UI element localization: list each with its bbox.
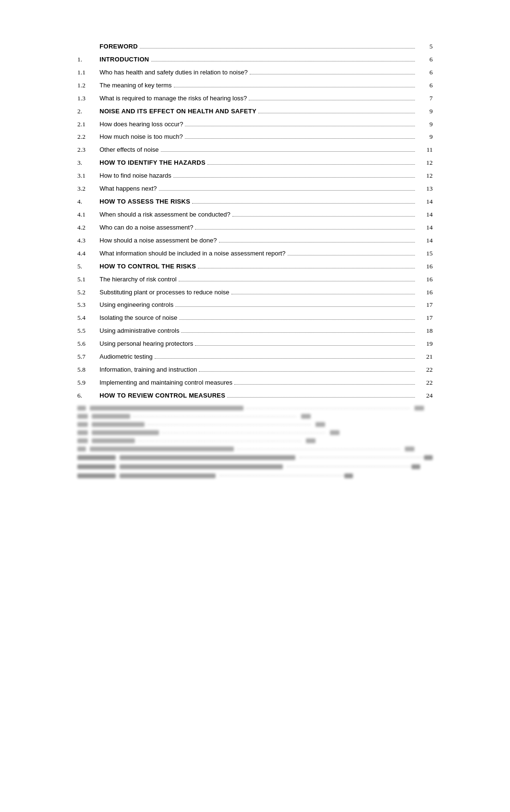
toc-label: Audiometric testing — [99, 351, 417, 364]
toc-number: 6. — [77, 389, 99, 402]
toc-number: 5.2 — [77, 286, 99, 299]
toc-label: INTRODUCTION — [99, 53, 417, 66]
toc-row: 6.HOW TO REVIEW CONTROL MEASURES24 — [77, 389, 433, 402]
toc-page-number: 16 — [417, 286, 433, 299]
toc-label: How much noise is too much? — [99, 131, 417, 144]
toc-number: 3.1 — [77, 170, 99, 182]
toc-label: Substituting plant or processes to reduc… — [99, 286, 417, 299]
toc-entry-label: HOW TO IDENTIFY THE HAZARDS — [99, 158, 206, 168]
toc-dots — [185, 138, 415, 139]
toc-page-number: 12 — [417, 170, 433, 182]
toc-number: 1.1 — [77, 66, 99, 79]
toc-number: 4.3 — [77, 234, 99, 247]
toc-page-number: 11 — [417, 144, 433, 157]
toc-number: 4.4 — [77, 247, 99, 260]
toc-label: Who has health and safety duties in rela… — [99, 66, 417, 79]
toc-entry-label: The hierarchy of risk control — [99, 275, 176, 284]
toc-page-number: 9 — [417, 118, 433, 131]
toc-page-number: 6 — [417, 53, 433, 66]
toc-number: 5.1 — [77, 273, 99, 286]
toc-row: 5.8Information, training and instruction… — [77, 364, 433, 376]
toc-page-number: 15 — [417, 247, 433, 260]
toc-page-number: 17 — [417, 299, 433, 312]
toc-page-number: 6 — [417, 79, 433, 92]
toc-row: 5.6Using personal hearing protectors19 — [77, 338, 433, 351]
toc-label: Using engineering controls — [99, 299, 417, 312]
toc-dots — [232, 216, 415, 217]
toc-entry-label: The meaning of key terms — [99, 81, 171, 90]
toc-entry-label: Using engineering controls — [99, 300, 173, 310]
toc-page-number: 16 — [417, 260, 433, 273]
toc-entry-label: Isolating the source of noise — [99, 313, 177, 323]
toc-dots — [258, 113, 415, 113]
toc-dots — [175, 306, 415, 307]
toc-entry-label: Using administrative controls — [99, 326, 179, 336]
toc-row: 2.3Other effects of noise11 — [77, 144, 433, 157]
toc-number: 2.2 — [77, 131, 99, 144]
toc-dots — [234, 384, 415, 385]
toc-row: 5.3Using engineering controls17 — [77, 299, 433, 312]
page: FOREWORD51.INTRODUCTION61.1Who has healt… — [68, 0, 442, 812]
toc-row: 5.2Substituting plant or processes to re… — [77, 286, 433, 299]
toc-label: Other effects of noise — [99, 144, 417, 157]
toc-dots — [195, 345, 415, 346]
toc-dots — [179, 281, 415, 281]
toc-page-number: 17 — [417, 312, 433, 325]
toc-label: Implementing and maintaining control mea… — [99, 376, 417, 389]
toc-dots — [185, 126, 415, 126]
blurred-section — [77, 404, 433, 453]
toc-row: 4.1When should a risk assessment be cond… — [77, 208, 433, 221]
toc-row: 4.2Who can do a noise assessment?14 — [77, 221, 433, 234]
toc-dots — [249, 100, 415, 100]
toc-entry-label: Who has health and safety duties in rela… — [99, 68, 248, 77]
toc-entry-label: HOW TO ASSESS THE RISKS — [99, 197, 190, 206]
toc-label: NOISE AND ITS EFFECT ON HEALTH AND SAFET… — [99, 105, 417, 118]
toc-number: 5.7 — [77, 351, 99, 364]
toc-page-number: 6 — [417, 66, 433, 79]
toc-entry-label: FOREWORD — [99, 42, 138, 51]
toc-dots — [219, 242, 415, 242]
toc-page-number: 14 — [417, 221, 433, 234]
toc-row: 3.2What happens next?13 — [77, 182, 433, 195]
toc-number: 4.2 — [77, 221, 99, 234]
blurred-appendix-row — [77, 453, 433, 462]
toc-page-number: 14 — [417, 208, 433, 221]
toc-entry-label: When should a risk assessment be conduct… — [99, 210, 230, 219]
toc-row: 1.INTRODUCTION6 — [77, 53, 433, 66]
toc-row: 2.NOISE AND ITS EFFECT ON HEALTH AND SAF… — [77, 105, 433, 118]
toc-page-number: 9 — [417, 131, 433, 144]
toc-dots — [155, 358, 415, 359]
toc-number: 1.2 — [77, 79, 99, 92]
toc-label: Who can do a noise assessment? — [99, 221, 417, 234]
toc-number: 2.3 — [77, 144, 99, 157]
toc-dots — [227, 397, 415, 398]
toc-row: 2.2How much noise is too much?9 — [77, 131, 433, 144]
toc-number: 5.8 — [77, 364, 99, 376]
toc-row: 2.1How does hearing loss occur?9 — [77, 118, 433, 131]
toc-label: The hierarchy of risk control — [99, 273, 417, 286]
toc-label: HOW TO REVIEW CONTROL MEASURES — [99, 389, 417, 402]
toc-page-number: 24 — [417, 389, 433, 402]
toc-label: What is required to manage the risks of … — [99, 92, 417, 105]
blurred-toc-row — [77, 421, 433, 429]
toc-label: How should a noise assessment be done? — [99, 234, 417, 247]
toc-label: HOW TO ASSESS THE RISKS — [99, 195, 417, 208]
toc-row: 1.2The meaning of key terms6 — [77, 79, 433, 92]
toc-entry-label: Substituting plant or processes to reduc… — [99, 288, 229, 297]
toc-entry-label: HOW TO CONTROL THE RISKS — [99, 262, 196, 271]
toc-row: 5.4Isolating the source of noise17 — [77, 312, 433, 325]
toc-row: 4.3How should a noise assessment be done… — [77, 234, 433, 247]
toc-label: Information, training and instruction — [99, 364, 417, 376]
toc-dots — [199, 371, 415, 372]
toc-number: 4.1 — [77, 208, 99, 221]
toc-dots — [288, 255, 415, 255]
toc-entry-label: Information, training and instruction — [99, 365, 197, 375]
toc-row: 5.1The hierarchy of risk control16 — [77, 273, 433, 286]
toc-label: How to find noise hazards — [99, 170, 417, 182]
toc-page-number: 14 — [417, 234, 433, 247]
toc-dots — [174, 87, 415, 87]
toc-page-number: 14 — [417, 195, 433, 208]
toc-page-number: 5 — [417, 40, 433, 53]
toc-entry-label: How should a noise assessment be done? — [99, 236, 217, 245]
toc-entry-label: Who can do a noise assessment? — [99, 223, 193, 232]
